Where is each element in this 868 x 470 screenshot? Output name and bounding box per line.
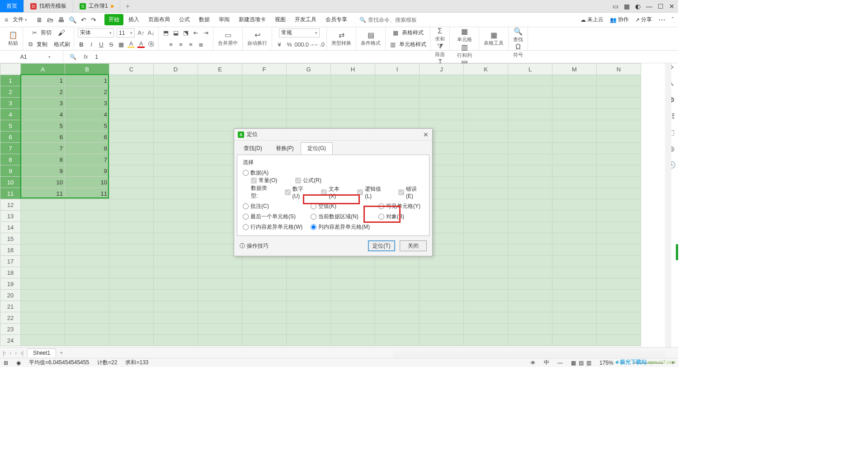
cell-J4[interactable]	[420, 109, 464, 120]
align-top-icon[interactable]: ⬒	[162, 29, 170, 37]
row-head-17[interactable]: 17	[0, 256, 21, 267]
cell-N12[interactable]	[597, 199, 641, 211]
cell-L2[interactable]	[508, 86, 552, 98]
cell-B24[interactable]	[65, 335, 109, 346]
col-head-F[interactable]: F	[242, 64, 287, 75]
cell-B9[interactable]: 9	[65, 165, 109, 177]
dec-dec-icon[interactable]: ←.0	[316, 41, 323, 48]
coop-link[interactable]: 👥协作	[610, 16, 629, 24]
shrink-font-icon[interactable]: A↓	[147, 29, 155, 37]
cell-G20[interactable]	[287, 290, 331, 301]
border-icon[interactable]: ▦	[118, 41, 125, 48]
hamburger-icon[interactable]: ≡	[5, 16, 8, 24]
cell-B6[interactable]: 6	[65, 132, 109, 143]
cellstyle-icon[interactable]: ▥	[389, 41, 396, 48]
italic-icon[interactable]: I	[88, 41, 95, 48]
col-head-B[interactable]: B	[65, 64, 109, 75]
cell-K2[interactable]	[464, 86, 508, 98]
cell-H17[interactable]	[331, 256, 375, 267]
cell-B14[interactable]	[65, 222, 109, 233]
cell-L5[interactable]	[508, 120, 552, 132]
tab-dev[interactable]: 开发工具	[291, 14, 321, 25]
name-box[interactable]: ▾	[0, 51, 63, 63]
tip-link[interactable]: ⓘ操作技巧	[240, 242, 269, 250]
cell-M11[interactable]	[552, 188, 597, 199]
cell-H23[interactable]	[331, 324, 375, 335]
cell-L17[interactable]	[508, 256, 552, 267]
cell-D7[interactable]	[154, 143, 198, 154]
cell-K8[interactable]	[464, 154, 508, 165]
paste-button[interactable]: 📋粘贴	[7, 27, 19, 50]
cell-B23[interactable]	[65, 324, 109, 335]
cell-N18[interactable]	[597, 267, 641, 278]
cell-N14[interactable]	[597, 222, 641, 233]
cell-M4[interactable]	[552, 109, 597, 120]
cell-M17[interactable]	[552, 256, 597, 267]
cell-C1[interactable]	[109, 75, 154, 86]
cell-I24[interactable]	[375, 335, 420, 346]
cell-A11[interactable]: 11	[21, 188, 65, 199]
currency-icon[interactable]: ¥	[276, 41, 283, 48]
strike-icon[interactable]: S	[108, 41, 115, 48]
cell-K12[interactable]	[464, 199, 508, 211]
cell-D4[interactable]	[154, 109, 198, 120]
row-head-7[interactable]: 7	[0, 143, 21, 154]
col-head-M[interactable]: M	[552, 64, 597, 75]
sheet-last-icon[interactable]: ›|	[20, 350, 24, 356]
sum-button[interactable]: Σ求和	[434, 27, 446, 42]
cell-N6[interactable]	[597, 132, 641, 143]
grow-font-icon[interactable]: A↑	[137, 29, 145, 37]
radio-rowdiff[interactable]	[243, 224, 249, 230]
cell-C16[interactable]	[109, 244, 154, 256]
radio-curarea[interactable]	[311, 214, 316, 220]
cell-A18[interactable]	[21, 267, 65, 278]
cell-A13[interactable]	[21, 211, 65, 222]
copy-icon[interactable]: ⧉	[27, 41, 34, 48]
sheet-next-icon[interactable]: ›	[15, 350, 17, 356]
cell-I22[interactable]	[375, 312, 420, 324]
col-head-J[interactable]: J	[420, 64, 464, 75]
cell-I3[interactable]	[375, 98, 420, 109]
cell-K3[interactable]	[464, 98, 508, 109]
cell-A12[interactable]	[21, 199, 65, 211]
row-head-12[interactable]: 12	[0, 199, 21, 211]
cell-A15[interactable]	[21, 233, 65, 244]
cell-B5[interactable]: 5	[65, 120, 109, 132]
cell-J2[interactable]	[420, 86, 464, 98]
cell-M8[interactable]	[552, 154, 597, 165]
maximize-icon[interactable]: ☐	[658, 3, 664, 10]
cell-F4[interactable]	[242, 109, 287, 120]
tab-view[interactable]: 视图	[271, 14, 290, 25]
cell-E18[interactable]	[198, 267, 242, 278]
cell-F23[interactable]	[242, 324, 287, 335]
cell-J24[interactable]	[420, 335, 464, 346]
align-mid-icon[interactable]: ⬓	[172, 29, 179, 37]
cell-C6[interactable]	[109, 132, 154, 143]
col-head-A[interactable]: A	[21, 64, 65, 75]
row-head-22[interactable]: 22	[0, 312, 21, 324]
radio-data[interactable]	[243, 170, 249, 176]
cell-H2[interactable]	[331, 86, 375, 98]
cell-N8[interactable]	[597, 154, 641, 165]
cell-C19[interactable]	[109, 278, 154, 290]
cell-D14[interactable]	[154, 222, 198, 233]
radio-blank[interactable]	[311, 203, 316, 209]
cell-B7[interactable]: 8	[65, 143, 109, 154]
cell-C18[interactable]	[109, 267, 154, 278]
row-head-6[interactable]: 6	[0, 132, 21, 143]
cell-K7[interactable]	[464, 143, 508, 154]
cell-N16[interactable]	[597, 244, 641, 256]
cell-N19[interactable]	[597, 278, 641, 290]
cell-A2[interactable]: 2	[21, 86, 65, 98]
cell-H22[interactable]	[331, 312, 375, 324]
undo-icon[interactable]: ↶	[81, 16, 86, 24]
cell-M13[interactable]	[552, 211, 597, 222]
view-break-icon[interactable]: ▥	[586, 360, 591, 366]
cell-D5[interactable]	[154, 120, 198, 132]
cell-D20[interactable]	[154, 290, 198, 301]
underline-icon[interactable]: U	[98, 41, 105, 48]
cell-N5[interactable]	[597, 120, 641, 132]
cell-M10[interactable]	[552, 177, 597, 188]
cell-I4[interactable]	[375, 109, 420, 120]
row-head-18[interactable]: 18	[0, 267, 21, 278]
